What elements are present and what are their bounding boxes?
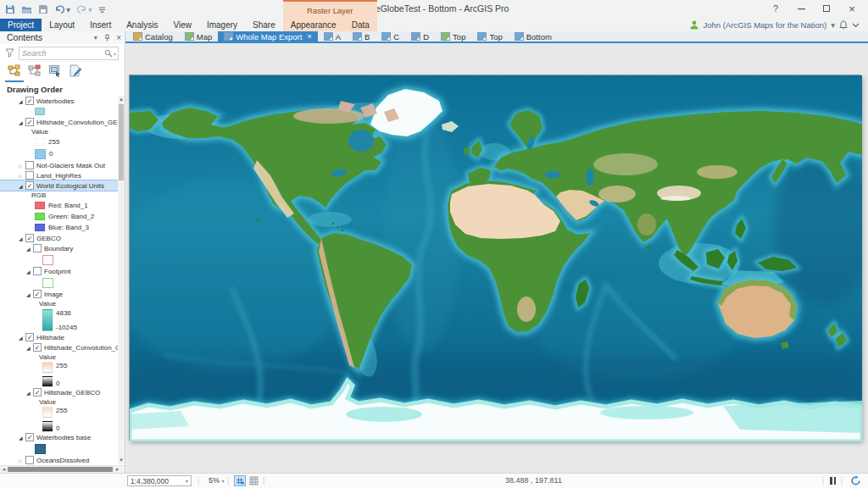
expander-expanded-icon[interactable]: ◢ xyxy=(26,269,33,274)
scroll-right-icon[interactable]: ► xyxy=(114,466,121,473)
ribbon-tab-project[interactable]: Project xyxy=(0,19,42,31)
view-tab-bottom[interactable]: Bottom xyxy=(509,31,558,42)
legend-swatch[interactable] xyxy=(35,138,45,146)
expander-collapsed-icon[interactable]: ▷ xyxy=(19,458,25,463)
legend-swatch[interactable] xyxy=(35,149,46,159)
search-caret-icon[interactable]: ▾ xyxy=(114,51,116,57)
layer-visibility-checkbox[interactable]: ✓ xyxy=(33,343,42,352)
chevron-down[interactable] xyxy=(852,23,860,28)
layer-visibility-checkbox[interactable]: ✓ xyxy=(25,333,34,341)
expander-expanded-icon[interactable]: ◢ xyxy=(26,390,33,396)
expander-expanded-icon[interactable]: ◢ xyxy=(19,98,25,104)
undo-icon[interactable]: ▾ xyxy=(54,5,70,14)
ribbon-tab-imagery[interactable]: Imagery xyxy=(199,19,245,31)
layer-visibility-checkbox[interactable] xyxy=(25,161,34,169)
pin-icon[interactable] xyxy=(103,34,111,42)
layer-visibility-checkbox[interactable]: ✓ xyxy=(25,234,34,242)
restore-button[interactable] xyxy=(814,0,839,17)
layer-row-image[interactable]: ◢✓Image xyxy=(0,289,118,299)
view-tab-catalog[interactable]: Catalog xyxy=(127,31,179,42)
save-icon[interactable] xyxy=(5,4,15,14)
close-tab-icon[interactable]: × xyxy=(307,32,311,41)
ribbon-tab-share[interactable]: Share xyxy=(245,19,283,31)
scroll-down-icon[interactable]: ▼ xyxy=(118,457,125,464)
layer-row-gebco[interactable]: ◢✓GEBCO xyxy=(0,233,118,243)
layer-visibility-checkbox[interactable]: ✓ xyxy=(25,181,34,190)
tree-vertical-scrollbar[interactable]: ▲ ▼ xyxy=(118,96,125,464)
expander-expanded-icon[interactable]: ◢ xyxy=(19,183,25,189)
legend-swatch[interactable] xyxy=(35,213,45,220)
legend-swatch[interactable] xyxy=(42,278,53,288)
ribbon-tab-insert[interactable]: Insert xyxy=(82,19,119,31)
expander-expanded-icon[interactable]: ◢ xyxy=(19,236,25,241)
legend-swatch[interactable] xyxy=(42,255,53,265)
color-ramp-bar[interactable] xyxy=(42,407,53,418)
ribbon-tab-view[interactable]: View xyxy=(165,19,199,31)
layer-visibility-checkbox[interactable]: ✓ xyxy=(25,118,34,126)
layer-row-world-ecological-units[interactable]: ◢✓World Ecological Units xyxy=(0,180,118,191)
tree-horizontal-scrollbar[interactable]: ◄ ► xyxy=(0,465,125,473)
layer-row-hillshade-convolution-gebco[interactable]: ◢✓Hillshade_Convolution_GEBCO xyxy=(0,342,118,352)
list-by-editing-icon[interactable] xyxy=(68,64,83,79)
layer-visibility-checkbox[interactable] xyxy=(25,171,34,180)
layer-row-hillshade-gebco[interactable]: ◢✓Hillshade_GEBCO xyxy=(0,387,118,397)
view-tab-a[interactable]: A xyxy=(318,31,347,42)
view-tab-top[interactable]: Top xyxy=(435,31,471,42)
expander-expanded-icon[interactable]: ◢ xyxy=(19,435,25,441)
scale-combobox[interactable]: 1:4,380,000 ▾ xyxy=(127,475,192,486)
expander-expanded-icon[interactable]: ◢ xyxy=(26,246,33,252)
view-tab-d[interactable]: D xyxy=(405,31,435,42)
scroll-left-icon[interactable]: ◄ xyxy=(0,466,8,473)
list-by-data-source-icon[interactable] xyxy=(27,64,42,79)
color-ramp-bar[interactable] xyxy=(42,376,53,387)
view-tab-b[interactable]: B xyxy=(347,31,376,42)
search-input[interactable] xyxy=(19,49,104,58)
expander-collapsed-icon[interactable]: ▷ xyxy=(19,173,25,179)
user-area[interactable]: John (ArcGIS Maps for the Nation) ▾ xyxy=(690,19,868,31)
layer-visibility-checkbox[interactable]: ✓ xyxy=(33,290,42,298)
pane-menu-caret-icon[interactable]: ▼ xyxy=(92,35,98,41)
search-icon[interactable] xyxy=(104,49,113,58)
grid-snap-icon[interactable] xyxy=(234,475,246,486)
color-ramp-bar[interactable] xyxy=(42,309,53,331)
list-by-selection-icon[interactable] xyxy=(47,64,63,79)
layer-row-boundary[interactable]: ◢Boundary xyxy=(0,243,118,253)
ribbon-tab-layout[interactable]: Layout xyxy=(42,19,82,31)
layer-visibility-checkbox[interactable] xyxy=(33,267,42,275)
scroll-up-icon[interactable]: ▲ xyxy=(118,96,125,103)
ribbon-tab-appearance[interactable]: Appearance xyxy=(283,19,344,31)
layer-visibility-checkbox[interactable]: ✓ xyxy=(33,388,42,396)
zoom-percent[interactable]: 5% ▾ xyxy=(209,476,225,485)
refresh-icon[interactable] xyxy=(850,475,861,488)
ribbon-tab-analysis[interactable]: Analysis xyxy=(119,19,165,31)
layer-row-hillshade-convolution-gebco[interactable]: ◢✓Hillshade_Convolution_GEBCO xyxy=(0,117,118,127)
list-by-drawing-order-icon[interactable] xyxy=(7,64,22,79)
view-tab-map[interactable]: Map xyxy=(179,31,218,42)
expander-expanded-icon[interactable]: ◢ xyxy=(19,119,25,125)
layer-row-waterbodies-base[interactable]: ◢✓Waterbodies base xyxy=(0,432,118,442)
layer-row-hillshade[interactable]: ◢✓Hillshade xyxy=(0,332,118,342)
save-as-icon[interactable] xyxy=(38,4,48,14)
view-tab-whole-map-export[interactable]: Whole Map Export× xyxy=(218,31,317,42)
bell-icon[interactable] xyxy=(839,20,848,30)
layer-row-land-highres[interactable]: ▷Land_HighRes xyxy=(0,170,118,180)
layer-row-footprint[interactable]: ◢Footprint xyxy=(0,266,118,276)
legend-swatch[interactable] xyxy=(35,202,45,209)
view-tab-top[interactable]: Top xyxy=(471,31,508,42)
layer-row-oceansdissolved[interactable]: ▷OceansDissolved xyxy=(0,455,118,464)
legend-swatch[interactable] xyxy=(35,224,45,231)
layer-visibility-checkbox[interactable]: ✓ xyxy=(25,433,34,441)
help-button[interactable]: ? xyxy=(763,0,788,17)
color-ramp-bar[interactable] xyxy=(42,421,53,432)
open-icon[interactable] xyxy=(21,5,32,14)
close-icon[interactable]: × xyxy=(116,33,121,42)
expander-expanded-icon[interactable]: ◢ xyxy=(19,335,25,341)
redo-icon[interactable]: ▾ xyxy=(76,5,92,14)
view-tab-c[interactable]: C xyxy=(376,31,405,42)
minimize-button[interactable] xyxy=(788,0,814,17)
layer-row-not-glaciers-mask-out[interactable]: ▷Not-Glaciers Mask Out xyxy=(0,160,118,170)
ribbon-tab-data[interactable]: Data xyxy=(344,19,377,31)
legend-swatch[interactable] xyxy=(35,108,45,115)
grid-icon[interactable] xyxy=(249,476,259,487)
filter-funnel-icon[interactable] xyxy=(5,48,14,58)
